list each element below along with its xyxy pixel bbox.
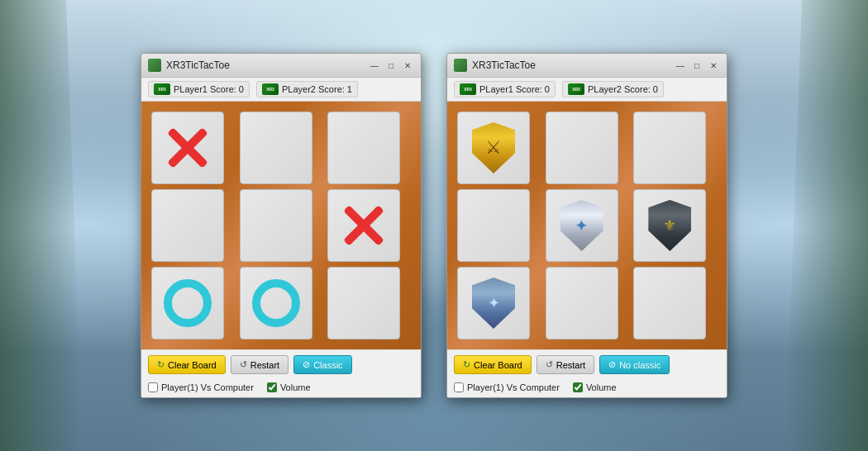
player-vs-computer-label-1: Player(1) Vs Computer — [161, 382, 254, 392]
classic-icon-1: ⊘ — [303, 359, 310, 370]
board-grid-2 — [457, 112, 717, 339]
player2-score-text-1: PLayer2 Score: 1 — [282, 84, 352, 94]
cell-2-1-1[interactable] — [240, 267, 312, 339]
cell-1-2-1[interactable] — [327, 189, 400, 262]
restart-icon-1: ↺ — [240, 359, 247, 370]
checkboxes-bar-1: Player(1) Vs Computer Volume — [141, 379, 421, 397]
shield-gold-0-0-2 — [465, 119, 522, 177]
restart-label-1: Restart — [250, 360, 279, 370]
bottom-bar-1: ↻ Clear Board ↺ Restart ⊘ Classic — [141, 349, 421, 379]
player1-score-badge-1: PLayer1 Score: 0 — [148, 81, 250, 97]
bottom-bar-2: ↻ Clear Board ↺ Restart ⊘ No classic — [447, 349, 727, 379]
cell-0-2-1[interactable] — [327, 112, 400, 184]
checkboxes-bar-2: Player(1) Vs Computer Volume — [447, 379, 727, 397]
player-vs-computer-checkbox-item-2[interactable]: Player(1) Vs Computer — [454, 382, 560, 392]
window-title-1: XR3TicTacToe — [166, 59, 363, 71]
volume-checkbox-1[interactable] — [267, 382, 277, 392]
window-1: XR3TicTacToe — □ ✕ PLayer1 Score: 0 PLay… — [141, 53, 422, 398]
app-icon-2 — [454, 59, 467, 72]
player2-score-text-2: PLayer2 Score: 0 — [588, 84, 658, 94]
player2-score-badge-2: PLayer2 Score: 0 — [562, 81, 664, 97]
minimize-button-1[interactable]: — — [368, 59, 381, 72]
clear-board-button-1[interactable]: ↻ Clear Board — [148, 355, 226, 374]
windows-container: XR3TicTacToe — □ ✕ PLayer1 Score: 0 PLay… — [0, 0, 868, 451]
player2-score-icon-2 — [568, 83, 584, 95]
player-vs-computer-checkbox-item-1[interactable]: Player(1) Vs Computer — [148, 382, 254, 392]
cell-0-1-2[interactable] — [546, 112, 618, 184]
maximize-button-2[interactable]: □ — [690, 59, 703, 72]
cell-1-1-1[interactable] — [240, 189, 312, 262]
classic-label-1: Classic — [313, 360, 342, 370]
cell-2-0-1[interactable] — [151, 267, 224, 339]
volume-label-2: Volume — [586, 382, 617, 392]
window-title-2: XR3TicTacToe — [472, 59, 669, 71]
o-mark-2-1-1 — [252, 279, 300, 327]
player2-score-badge-1: PLayer2 Score: 1 — [256, 81, 358, 97]
board-area-2 — [447, 102, 727, 349]
volume-checkbox-item-1[interactable]: Volume — [267, 382, 311, 392]
score-bar-1: PLayer1 Score: 0 PLayer2 Score: 1 — [141, 78, 421, 102]
player2-score-icon-1 — [262, 83, 279, 95]
player-vs-computer-label-2: Player(1) Vs Computer — [467, 382, 560, 392]
board-grid-1 — [151, 112, 411, 339]
close-button-1[interactable]: ✕ — [401, 59, 414, 72]
cell-2-2-2[interactable] — [633, 267, 706, 339]
x-mark-0-0-1 — [163, 123, 212, 173]
o-mark-2-0-1 — [164, 279, 212, 327]
refresh-icon-2: ↻ — [463, 359, 470, 370]
app-icon-1 — [148, 59, 161, 72]
player1-score-icon-2 — [460, 83, 476, 95]
restart-button-2[interactable]: ↺ Restart — [537, 355, 594, 374]
volume-checkbox-2[interactable] — [573, 382, 583, 392]
board-area-1 — [141, 102, 421, 349]
minimize-button-2[interactable]: — — [674, 59, 687, 72]
classic-button-1[interactable]: ⊘ Classic — [293, 355, 351, 374]
score-bar-2: PLayer1 Score: 0 PLayer2 Score: 0 — [447, 78, 727, 102]
cell-2-1-2[interactable] — [546, 267, 618, 339]
cell-0-1-1[interactable] — [240, 112, 312, 184]
title-bar-buttons-1: — □ ✕ — [368, 59, 414, 72]
refresh-icon-1: ↻ — [157, 359, 165, 370]
cell-2-0-2[interactable] — [457, 267, 530, 339]
restart-button-1[interactable]: ↺ Restart — [231, 355, 289, 374]
clear-board-label-1: Clear Board — [168, 360, 217, 370]
x-mark-1-2-1 — [339, 201, 389, 250]
title-bar-buttons-2: — □ ✕ — [674, 59, 720, 72]
title-bar-2: XR3TicTacToe — □ ✕ — [447, 54, 727, 78]
classic-button-2[interactable]: ⊘ No classic — [599, 355, 670, 374]
cell-1-0-2[interactable] — [457, 189, 530, 262]
cell-1-2-2[interactable] — [633, 189, 706, 262]
cell-0-2-2[interactable] — [633, 112, 706, 184]
player1-score-text-1: PLayer1 Score: 0 — [174, 84, 244, 94]
player-vs-computer-checkbox-1[interactable] — [148, 382, 158, 392]
player1-score-text-2: PLayer1 Score: 0 — [479, 84, 550, 94]
maximize-button-1[interactable]: □ — [384, 59, 398, 72]
shield-silver-1-1-2 — [553, 197, 611, 254]
restart-label-2: Restart — [556, 360, 585, 370]
classic-icon-2: ⊘ — [608, 359, 616, 370]
restart-icon-2: ↺ — [546, 359, 553, 370]
player1-score-badge-2: PLayer1 Score: 0 — [454, 81, 556, 97]
title-bar-1: XR3TicTacToe — □ ✕ — [141, 54, 421, 78]
cell-0-0-1[interactable] — [151, 112, 224, 184]
window-2: XR3TicTacToe — □ ✕ PLayer1 Score: 0 PLay… — [446, 53, 727, 398]
classic-label-2: No classic — [619, 360, 661, 370]
clear-board-label-2: Clear Board — [474, 360, 522, 370]
close-button-2[interactable]: ✕ — [707, 59, 720, 72]
clear-board-button-2[interactable]: ↻ Clear Board — [454, 355, 532, 374]
shield-blue-2-0-2 — [465, 274, 522, 332]
player-vs-computer-checkbox-2[interactable] — [454, 382, 464, 392]
cell-2-2-1[interactable] — [327, 267, 400, 339]
cell-0-0-2[interactable] — [457, 112, 530, 184]
shield-dark-1-2-2 — [641, 197, 699, 254]
player1-score-icon-1 — [154, 83, 170, 95]
volume-checkbox-item-2[interactable]: Volume — [573, 382, 617, 392]
cell-1-0-1[interactable] — [151, 189, 224, 262]
volume-label-1: Volume — [280, 382, 311, 392]
cell-1-1-2[interactable] — [546, 189, 618, 262]
